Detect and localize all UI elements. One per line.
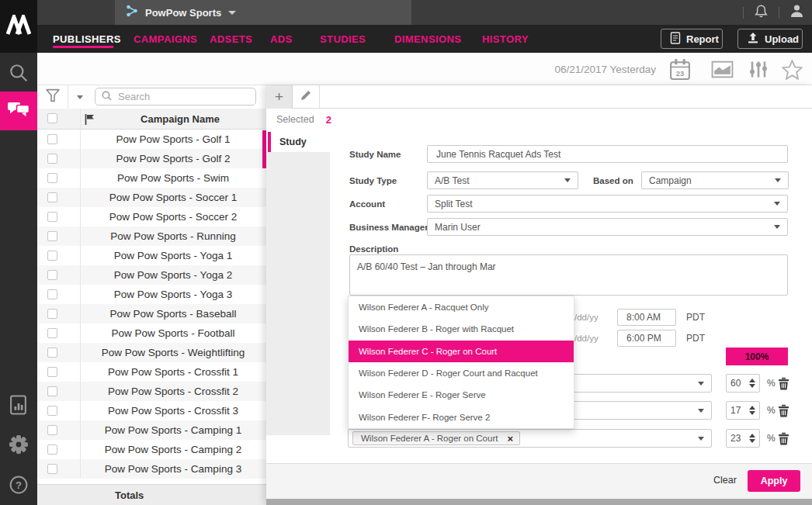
step-up-icon[interactable] [749, 379, 755, 382]
step-up-icon[interactable] [749, 434, 755, 438]
nav-adsets[interactable]: ADSETS [210, 25, 252, 53]
campaign-row[interactable]: Pow Pow Sports - Soccer 1 [37, 188, 266, 207]
start-time-input[interactable] [625, 311, 668, 323]
row-checkbox[interactable] [47, 328, 57, 338]
step-up-icon[interactable] [749, 406, 755, 410]
split-2-percent-stepper[interactable]: 17 [726, 401, 760, 420]
search-input[interactable] [116, 90, 249, 103]
campaign-row[interactable]: Pow Pow Sports - Yoga 1 [37, 246, 266, 265]
row-checkbox[interactable] [47, 270, 57, 280]
campaign-row[interactable]: Pow Pow Sports - Crossfit 1 [37, 362, 266, 382]
sidebar-grid-edit-button[interactable] [0, 92, 37, 130]
delete-split-3-button[interactable] [778, 432, 789, 448]
description-textarea[interactable]: A/B 60/40 Test – Jan through Mar [350, 255, 787, 295]
split-1-percent-stepper[interactable]: 60 [726, 374, 760, 393]
sidebar-help-button[interactable]: ? [0, 471, 37, 502]
calendar-icon[interactable]: 23 [669, 58, 691, 84]
search-icon [102, 90, 112, 104]
campaign-name-column-header[interactable]: Campaign Name [80, 109, 266, 129]
column-settings-icon[interactable] [748, 60, 769, 82]
row-checkbox[interactable] [47, 309, 57, 319]
business-manager-select[interactable]: Marin User [427, 218, 788, 236]
dropdown-option[interactable]: Wilson Federer B - Roger with Racquet [349, 318, 574, 340]
sidebar-reports-button[interactable] [0, 391, 37, 422]
row-checkbox[interactable] [47, 212, 57, 222]
date-range-display[interactable]: 06/21/2017 Yesterday [554, 53, 656, 85]
dropdown-option[interactable]: Wilson Federer E - Roger Serve [349, 384, 574, 406]
campaign-row[interactable]: Pow Pow Sports - Camping 2 [37, 440, 266, 459]
row-checkbox[interactable] [47, 464, 57, 474]
study-type-select[interactable]: A/B Test [427, 171, 578, 189]
dropdown-option-highlighted[interactable]: Wilson Federer C - Roger on Court [349, 341, 574, 362]
dropdown-option[interactable]: Wilson Federer D - Roger Court and Racqu… [349, 362, 574, 384]
filter-button[interactable] [37, 85, 68, 109]
row-checkbox[interactable] [47, 367, 57, 377]
campaign-row[interactable]: Pow Pow Sports - Football [37, 323, 266, 343]
row-checkbox[interactable] [47, 406, 57, 416]
delete-split-2-button[interactable] [778, 404, 789, 420]
dropdown-option[interactable]: Wilson Federer A - Racquet Only [349, 296, 574, 318]
horizontal-scrollbar[interactable] [266, 499, 812, 505]
row-checkbox[interactable] [47, 251, 57, 261]
nav-campaigns[interactable]: CAMPAIGNS [134, 25, 197, 53]
step-down-icon[interactable] [749, 411, 755, 415]
clear-button[interactable]: Clear [713, 475, 737, 486]
delete-split-1-button[interactable] [778, 377, 789, 393]
end-time-input[interactable] [625, 332, 668, 344]
campaign-row[interactable]: Pow Pow Sports - Golf 1 [37, 130, 266, 149]
split-3-percent-stepper[interactable]: 23 [726, 429, 760, 448]
campaign-row[interactable]: Pow Pow Sports - Yoga 3 [37, 285, 266, 304]
campaign-row[interactable]: Pow Pow Sports - Camping 1 [37, 420, 266, 440]
row-checkbox[interactable] [47, 386, 57, 396]
campaign-row[interactable]: Pow Pow Sports - Golf 2 [37, 149, 266, 168]
step-down-icon[interactable] [749, 439, 755, 443]
row-checkbox[interactable] [47, 425, 57, 435]
report-button[interactable]: Report [661, 29, 723, 49]
split-3-select[interactable]: Wilson Federer A - Roger on Court × [348, 429, 712, 448]
nav-dimensions[interactable]: DIMENSIONS [394, 25, 461, 53]
campaign-row[interactable]: Pow Pow Sports - Yoga 2 [37, 265, 266, 285]
row-checkbox[interactable] [47, 134, 57, 144]
sidebar-search-button[interactable] [0, 59, 37, 90]
row-checkbox[interactable] [47, 154, 57, 164]
campaign-row[interactable]: Pow Pow Sports - Running [37, 227, 266, 246]
chart-view-icon[interactable] [711, 61, 734, 81]
dropdown-option[interactable]: Wilson Federer F- Roger Serve 2 [349, 406, 574, 428]
campaign-row[interactable]: Pow Pow Sports - Soccer 2 [37, 207, 266, 227]
campaign-row[interactable]: Pow Pow Sports - Camping 3 [37, 459, 266, 479]
add-tab-button[interactable]: + [266, 85, 293, 109]
edit-tab-button[interactable] [293, 85, 320, 109]
apply-button[interactable]: Apply [748, 470, 800, 492]
row-checkbox[interactable] [47, 348, 57, 358]
campaign-row[interactable]: Pow Pow Sports - Crossfit 3 [37, 401, 266, 420]
sidebar-settings-button[interactable] [0, 431, 37, 462]
favorite-star-icon[interactable] [781, 59, 803, 84]
account-switcher[interactable]: PowPow Sports [115, 0, 411, 25]
row-checkbox[interactable] [47, 173, 57, 183]
account-select[interactable]: Split Test [427, 195, 788, 213]
chip-remove-icon[interactable]: × [507, 434, 513, 444]
campaign-row[interactable]: Pow Pow Sports - Weightlifting [37, 343, 266, 362]
based-on-select[interactable]: Campaign [641, 171, 789, 189]
step-down-icon[interactable] [749, 384, 755, 388]
study-name-input[interactable] [435, 148, 780, 161]
nav-ads[interactable]: ADS [270, 25, 293, 53]
user-profile-icon[interactable] [789, 4, 804, 21]
row-checkbox[interactable] [47, 444, 57, 455]
upload-button[interactable]: Upload [737, 29, 803, 49]
campaign-row[interactable]: Pow Pow Sports - Swim [37, 168, 266, 188]
row-checkbox[interactable] [47, 231, 57, 241]
nav-history[interactable]: HISTORY [482, 25, 529, 53]
main-nav: PUBLISHERS CAMPAIGNS ADSETS ADS STUDIES … [37, 25, 812, 53]
row-checkbox[interactable] [47, 192, 57, 202]
filter-dropdown-button[interactable] [68, 85, 92, 109]
campaign-row[interactable]: Pow Pow Sports - Baseball [37, 304, 266, 323]
row-checkbox[interactable] [47, 289, 57, 299]
notifications-bell-icon[interactable] [754, 4, 769, 22]
nav-publishers[interactable]: PUBLISHERS [53, 25, 121, 53]
nav-studies[interactable]: STUDIES [320, 25, 366, 53]
campaign-row[interactable]: Pow Pow Sports - Crossfit 2 [37, 382, 266, 401]
active-tab-bar [268, 132, 271, 152]
select-all-checkbox[interactable] [47, 113, 57, 123]
tab-study[interactable]: Study [266, 132, 330, 152]
